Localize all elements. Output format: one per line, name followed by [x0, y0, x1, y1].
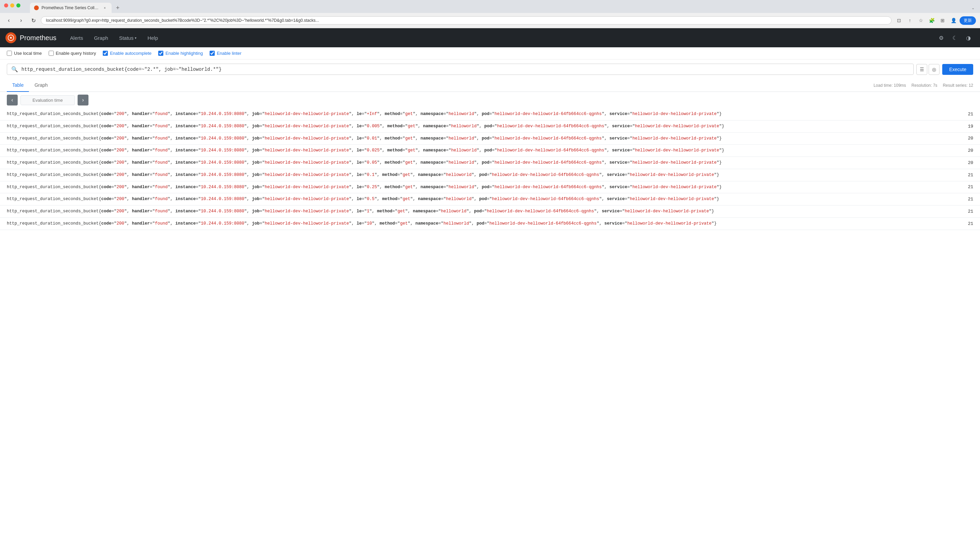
eval-prev-button[interactable]: ‹ — [7, 95, 18, 105]
traffic-light-yellow[interactable] — [10, 3, 14, 8]
result-value: 21 — [960, 218, 980, 230]
query-metrics-button[interactable]: ◎ — [928, 64, 940, 75]
dark-mode-icon[interactable]: ☾ — [949, 32, 961, 44]
result-value: 20 — [960, 157, 980, 169]
tabs-meta: Load time: 109ms Resolution: 7s Result s… — [873, 80, 973, 91]
result-metric: http_request_duration_seconds_bucket{cod… — [0, 108, 960, 120]
traffic-light-green[interactable] — [16, 3, 20, 8]
new-tab-button[interactable]: + — [113, 3, 123, 13]
nav-item-help[interactable]: Help — [142, 28, 163, 47]
reload-button[interactable]: ↻ — [29, 16, 38, 25]
tab-table[interactable]: Table — [7, 79, 29, 92]
result-series-label: Result series: 12 — [943, 83, 973, 88]
table-row: http_request_duration_seconds_bucket{cod… — [0, 205, 980, 218]
result-metric: http_request_duration_seconds_bucket{cod… — [0, 218, 960, 230]
tab-title: Prometheus Time Series Colle... — [42, 5, 99, 10]
update-button[interactable]: 更新 — [960, 16, 976, 25]
forward-button[interactable]: › — [16, 16, 26, 25]
result-value: 21 — [960, 169, 980, 181]
use-local-time-label: Use local time — [14, 51, 42, 56]
enable-query-history-checkbox[interactable]: Enable query history — [48, 51, 96, 56]
toolbar-icons: ⊡ ↑ ☆ 🧩 ⊞ 👤 更新 — [894, 16, 976, 25]
search-icon: 🔍 — [11, 66, 18, 73]
metric-name: http_request_duration_seconds_bucket — [7, 185, 98, 189]
metric-name: http_request_duration_seconds_bucket — [7, 221, 98, 226]
result-metric: http_request_duration_seconds_bucket{cod… — [0, 157, 960, 169]
query-input-wrapper: 🔍 — [7, 64, 914, 75]
resolution-label: Resolution: 7s — [912, 83, 938, 88]
app-title: Prometheus — [20, 34, 57, 42]
tabs-bar: Table Graph Load time: 109ms Resolution:… — [0, 79, 980, 92]
query-input[interactable] — [21, 67, 909, 72]
metric-name: http_request_duration_seconds_bucket — [7, 124, 98, 129]
app-navigation: Prometheus Alerts Graph Status ▾ Help ⚙ … — [0, 28, 980, 47]
result-metric: http_request_duration_seconds_bucket{cod… — [0, 193, 960, 205]
table-row: http_request_duration_seconds_bucket{cod… — [0, 133, 980, 145]
metric-name: http_request_duration_seconds_bucket — [7, 136, 98, 141]
query-bar: 🔍 ☰ ◎ Execute — [0, 60, 980, 79]
eval-next-button[interactable]: › — [77, 95, 89, 105]
enable-highlighting-input[interactable] — [158, 51, 163, 56]
execute-button[interactable]: Execute — [942, 64, 973, 75]
metric-name: http_request_duration_seconds_bucket — [7, 173, 98, 177]
results-table: http_request_duration_seconds_bucket{cod… — [0, 108, 980, 230]
contrast-icon[interactable]: ◑ — [962, 32, 975, 44]
table-row: http_request_duration_seconds_bucket{cod… — [0, 181, 980, 194]
table-row: http_request_duration_seconds_bucket{cod… — [0, 193, 980, 205]
result-value: 21 — [960, 193, 980, 205]
result-metric: http_request_duration_seconds_bucket{cod… — [0, 169, 960, 181]
metric-name: http_request_duration_seconds_bucket — [7, 209, 98, 214]
query-format-button[interactable]: ☰ — [916, 64, 927, 75]
metric-name: http_request_duration_seconds_bucket — [7, 160, 98, 165]
settings-bar: Use local time Enable query history Enab… — [0, 47, 980, 60]
traffic-light-red[interactable] — [4, 3, 8, 8]
load-time-label: Load time: 109ms — [873, 83, 906, 88]
split-view-icon[interactable]: ⊞ — [938, 16, 947, 25]
enable-autocomplete-label: Enable autocomplete — [110, 51, 152, 56]
eval-bar: ‹ › — [0, 92, 980, 108]
table-row: http_request_duration_seconds_bucket{cod… — [0, 169, 980, 181]
nav-item-alerts[interactable]: Alerts — [65, 28, 89, 47]
browser-tab-active[interactable]: Prometheus Time Series Colle... × — [30, 3, 111, 13]
result-metric: http_request_duration_seconds_bucket{cod… — [0, 145, 960, 157]
nav-item-status[interactable]: Status ▾ — [114, 28, 142, 47]
bookmark-icon[interactable]: ☆ — [916, 16, 925, 25]
eval-time-input[interactable] — [20, 95, 75, 105]
tabs-left: Table Graph — [7, 79, 53, 92]
app-logo: Prometheus — [5, 32, 57, 43]
use-local-time-checkbox[interactable]: Use local time — [7, 51, 42, 56]
result-value: 21 — [960, 181, 980, 193]
enable-query-history-input[interactable] — [48, 51, 54, 56]
nav-item-graph[interactable]: Graph — [89, 28, 114, 47]
enable-linter-checkbox[interactable]: Enable linter — [210, 51, 241, 56]
tab-close-button[interactable]: × — [102, 5, 108, 11]
result-value: 19 — [960, 120, 980, 133]
enable-linter-input[interactable] — [210, 51, 215, 56]
settings-icon[interactable]: ⚙ — [935, 32, 947, 44]
result-value: 21 — [960, 205, 980, 217]
cast-icon[interactable]: ⊡ — [894, 16, 904, 25]
extension-icon[interactable]: 🧩 — [927, 16, 936, 25]
browser-tabs: Prometheus Time Series Colle... × + ⌄ — [0, 0, 980, 13]
nav-icons: ⚙ ☾ ◑ — [935, 32, 975, 44]
result-metric: http_request_duration_seconds_bucket{cod… — [0, 120, 960, 133]
back-button[interactable]: ‹ — [4, 16, 14, 25]
metric-name: http_request_duration_seconds_bucket — [7, 197, 98, 202]
address-bar[interactable]: localhost:9099/graph?g0.expr=http_reques… — [41, 16, 891, 24]
enable-autocomplete-checkbox[interactable]: Enable autocomplete — [103, 51, 152, 56]
svg-point-1 — [10, 37, 12, 39]
enable-autocomplete-input[interactable] — [103, 51, 108, 56]
result-metric: http_request_duration_seconds_bucket{cod… — [0, 205, 960, 217]
use-local-time-input[interactable] — [7, 51, 12, 56]
result-metric: http_request_duration_seconds_bucket{cod… — [0, 133, 960, 145]
traffic-lights — [4, 3, 20, 8]
metric-name: http_request_duration_seconds_bucket — [7, 148, 98, 153]
profile-icon[interactable]: 👤 — [949, 16, 958, 25]
tab-graph[interactable]: Graph — [29, 79, 53, 92]
share-icon[interactable]: ↑ — [905, 16, 915, 25]
result-value: 20 — [960, 145, 980, 157]
enable-highlighting-checkbox[interactable]: Enable highlighting — [158, 51, 203, 56]
result-metric: http_request_duration_seconds_bucket{cod… — [0, 181, 960, 193]
enable-query-history-label: Enable query history — [56, 51, 96, 56]
result-value: 21 — [960, 108, 980, 120]
